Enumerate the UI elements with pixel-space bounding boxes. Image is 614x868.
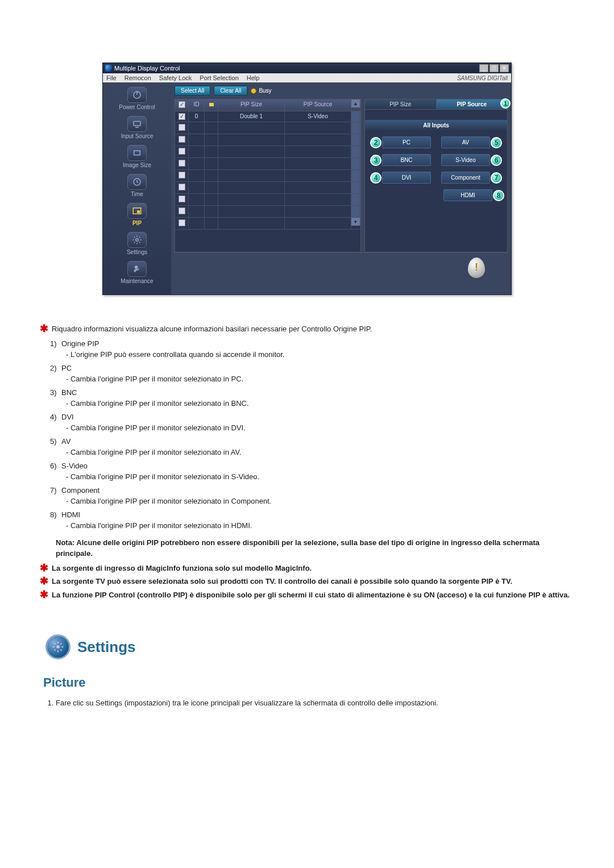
- app-icon: [105, 65, 112, 72]
- row-checkbox[interactable]: [179, 160, 185, 167]
- input-label: AV: [462, 139, 470, 146]
- window-controls: _ □ ✕: [479, 64, 509, 72]
- table-row[interactable]: [175, 122, 360, 134]
- list-item: 4)DVI- Cambia l'origine PIP per il monit…: [50, 412, 574, 434]
- doc-note: Nota: Alcune delle origini PIP potrebber…: [56, 537, 574, 559]
- busy-indicator: Busy: [251, 88, 271, 94]
- tab-pip-source[interactable]: PIP Source 1: [437, 99, 508, 109]
- list-item: 6)S-Video- Cambia l'origine PIP per il m…: [50, 460, 574, 483]
- doc-star4: La funzione PIP Control (controllo PIP) …: [52, 589, 570, 601]
- row-checkbox[interactable]: [179, 136, 185, 143]
- row-checkbox[interactable]: [179, 196, 185, 202]
- row-checkbox[interactable]: [179, 113, 185, 120]
- input-bnc-button[interactable]: 3 BNC: [382, 154, 431, 166]
- callout-badge-8: 8: [493, 190, 504, 201]
- settings-section-icon: [45, 634, 70, 659]
- list-item: 2)PC- Cambia l'origine PIP per il monito…: [50, 363, 574, 385]
- sidebar-item-power-control[interactable]: Power Control: [105, 87, 169, 110]
- scroll-track[interactable]: [351, 111, 360, 122]
- input-component-button[interactable]: Component 7: [441, 172, 490, 184]
- sidebar-label: Settings: [127, 249, 147, 255]
- input-dvi-button[interactable]: 4 DVI: [382, 172, 431, 184]
- callout-badge-4: 4: [370, 172, 381, 184]
- row-checkbox[interactable]: [179, 148, 185, 155]
- sidebar-item-image-size[interactable]: Image Size: [105, 145, 169, 168]
- sidebar-item-time[interactable]: Time: [105, 174, 169, 197]
- sidebar-label: Input Source: [121, 133, 154, 139]
- minimize-button[interactable]: _: [479, 64, 488, 72]
- tab-pip-size[interactable]: PIP Size: [365, 99, 437, 109]
- brand-label: SAMSUNG DIGITall: [457, 75, 508, 81]
- sidebar-item-pip[interactable]: PIP: [105, 203, 169, 226]
- row-checkbox[interactable]: [179, 124, 185, 131]
- header-pip-source[interactable]: PIP Source: [285, 99, 351, 111]
- row-checkbox[interactable]: [179, 172, 185, 178]
- sidebar: Power Control Input Source Image Size Ti…: [103, 82, 171, 294]
- input-label: DVI: [402, 175, 412, 181]
- table-row[interactable]: [175, 158, 360, 170]
- menu-safety-lock[interactable]: Safety Lock: [159, 74, 192, 81]
- list-item: 1)Origine PIP- L'origine PIP può essere …: [50, 338, 574, 360]
- input-pc-button[interactable]: 2 PC: [382, 136, 431, 148]
- titlebar: Multiple Display Control _ □ ✕: [103, 63, 511, 73]
- svg-rect-2: [134, 122, 140, 126]
- sidebar-label: Time: [131, 191, 143, 197]
- menu-file[interactable]: File: [106, 74, 117, 81]
- input-av-button[interactable]: AV 5: [441, 136, 490, 148]
- table-row[interactable]: [175, 134, 360, 146]
- grid-header: ID PIP Size PIP Source ▲: [175, 99, 360, 111]
- star-icon: ✱: [40, 563, 48, 573]
- scroll-up-button[interactable]: ▲: [351, 99, 360, 107]
- menu-remocon[interactable]: Remocon: [125, 74, 151, 81]
- sidebar-item-settings[interactable]: Settings: [105, 232, 169, 255]
- picture-title: Picture: [43, 673, 574, 692]
- clear-all-button[interactable]: Clear All: [214, 86, 247, 95]
- table-row[interactable]: [175, 206, 360, 218]
- main-area: Select All Clear All Busy ID PIP Size PI…: [171, 82, 511, 294]
- row-checkbox[interactable]: [179, 207, 185, 214]
- all-inputs-header: All Inputs: [365, 120, 507, 131]
- tab-pip-source-label: PIP Source: [457, 101, 487, 107]
- callout-badge-5: 5: [491, 137, 502, 148]
- scroll-down-button[interactable]: ▼: [351, 218, 360, 226]
- settings-icon: [127, 232, 147, 248]
- input-hdmi-button[interactable]: HDMI 8: [443, 189, 492, 201]
- menu-port-selection[interactable]: Port Selection: [200, 74, 238, 81]
- header-checkbox[interactable]: [175, 99, 189, 111]
- time-icon: [127, 174, 147, 190]
- table-row[interactable]: [175, 194, 360, 206]
- row-checkbox[interactable]: [179, 184, 185, 190]
- pip-icon: [127, 203, 147, 219]
- select-all-button[interactable]: Select All: [175, 86, 210, 95]
- header-pip-size[interactable]: PIP Size: [218, 99, 285, 111]
- input-icon: [127, 116, 147, 132]
- alert-icon[interactable]: !: [468, 258, 485, 278]
- star-icon: ✱: [40, 323, 48, 334]
- power-icon: [127, 87, 147, 103]
- list-item: 3)BNC- Cambia l'origine PIP per il monit…: [50, 387, 574, 409]
- header-status-icon: [205, 99, 218, 111]
- footer-bar: !: [175, 252, 508, 282]
- sidebar-label: Maintenance: [121, 278, 153, 284]
- maximize-button[interactable]: □: [489, 64, 499, 72]
- table-row[interactable]: [175, 182, 360, 194]
- header-id[interactable]: ID: [189, 99, 205, 111]
- doc-star2: La sorgente di ingresso di MagicInfo fun…: [52, 563, 312, 574]
- input-svideo-button[interactable]: S-Video 6: [441, 154, 490, 166]
- svg-rect-8: [209, 103, 214, 106]
- sidebar-label: PIP: [132, 220, 142, 226]
- sidebar-item-input-source[interactable]: Input Source: [105, 116, 169, 139]
- instruction-list: Fare clic su Settings (impostazioni) tra…: [56, 697, 574, 709]
- close-button[interactable]: ✕: [500, 64, 509, 72]
- table-row[interactable]: [175, 146, 360, 158]
- table-row[interactable]: [175, 170, 360, 182]
- row-id: 0: [189, 111, 205, 122]
- row-checkbox[interactable]: [179, 219, 185, 226]
- table-row[interactable]: ▼: [175, 218, 360, 230]
- menu-help[interactable]: Help: [247, 74, 260, 81]
- image-size-icon: [127, 145, 147, 161]
- svg-point-7: [136, 239, 139, 242]
- table-row[interactable]: 0 Double 1 S-Video: [175, 111, 360, 122]
- sidebar-item-maintenance[interactable]: Maintenance: [105, 261, 169, 284]
- pip-source-panel: PIP Size PIP Source 1 All Inputs 2 PC: [364, 99, 508, 252]
